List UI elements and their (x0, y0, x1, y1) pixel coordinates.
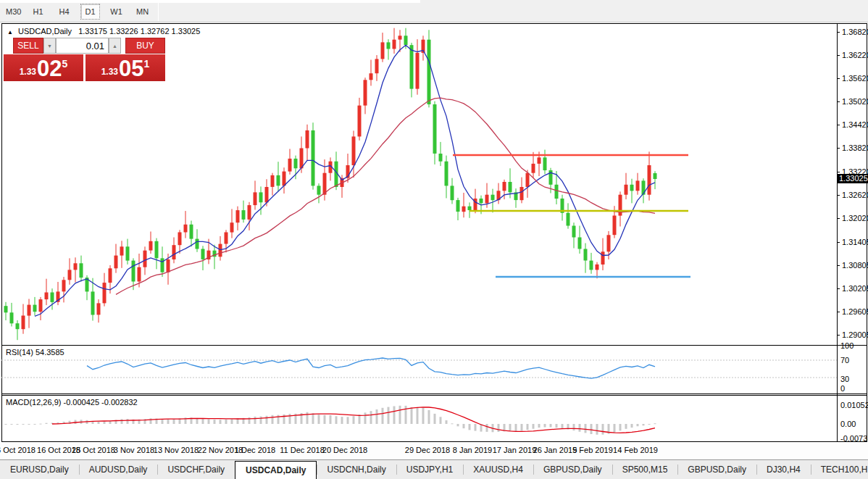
candle (329, 157, 333, 180)
price-tick-mark (837, 101, 840, 102)
date-axis-label: 13 Nov 2018 (154, 446, 199, 454)
chart-tab-bar: EURUSD,DailyAUDUSD,DailyUSDCHF,DailyUSDC… (0, 459, 868, 479)
timeframe-button-w1[interactable]: W1 (107, 4, 126, 20)
timeframe-button-h4[interactable]: H4 (54, 4, 74, 20)
candle (578, 226, 582, 254)
candle (584, 243, 588, 273)
candle (596, 262, 599, 279)
price-tick-label: 1.35620 (842, 74, 868, 83)
tab-gbpusd-daily[interactable]: GBPUSD,Daily (677, 460, 756, 479)
current-price-tag: 1.33025 (838, 174, 868, 183)
candle (213, 245, 217, 270)
price-tick-label: 1.33820 (842, 143, 868, 152)
candle (219, 236, 222, 261)
candle (387, 39, 391, 59)
tab-usdcnh-daily[interactable]: USDCNH,Daily (317, 460, 396, 479)
candle (39, 297, 43, 320)
candle (277, 162, 280, 191)
date-axis-label: 14 Feb 2019 (613, 446, 658, 454)
tab-usdjpy-h1[interactable]: USDJPY,H1 (396, 460, 463, 479)
toolbar-separator (158, 2, 159, 21)
price-tick-mark (837, 195, 840, 196)
candle (126, 239, 130, 265)
candle (28, 299, 31, 328)
tab-sp500-m15[interactable]: SP500,M15 (612, 460, 678, 479)
price-tick-mark (837, 125, 840, 125)
candle (416, 39, 420, 95)
tab-tech100-h1[interactable]: TECH100,H1 (811, 460, 868, 479)
candle (625, 173, 628, 199)
rsi-label: RSI(14) 54.3585 (6, 348, 64, 357)
timeframe-button-m30[interactable]: M30 (2, 4, 25, 20)
date-axis-label: 1 Dec 2018 (235, 446, 275, 454)
candle (422, 36, 425, 60)
price-tick-label: 1.31405 (842, 238, 868, 246)
candle (91, 278, 95, 321)
tab-dj30-h4[interactable]: DJ30,H4 (756, 460, 811, 479)
candle (462, 193, 466, 217)
candle (642, 178, 646, 203)
trading-platform: M30H1H4D1W1MN ▲ USDCAD,Daily 1.33175 1.3… (0, 0, 868, 479)
candle (358, 98, 362, 141)
chart-border-right (867, 23, 867, 442)
candle (184, 211, 188, 238)
price-tick-mark (837, 148, 840, 149)
tab-usdcad-daily[interactable]: USDCAD,Daily (235, 461, 317, 479)
rsi-tick-label: 70 (840, 356, 849, 365)
candle (259, 186, 263, 214)
date-axis-label: 29 Dec 2018 (405, 446, 450, 454)
candle (45, 279, 49, 305)
macd-tick-label: 0.010525 (840, 401, 868, 409)
candle (230, 209, 234, 238)
candle (80, 256, 83, 282)
candle (456, 198, 460, 220)
price-tick-label: 1.32620 (842, 191, 868, 199)
candle (370, 60, 373, 86)
candle (630, 179, 634, 204)
rsi-indicator-chart[interactable] (1, 346, 837, 393)
price-tick-label: 1.29605 (842, 307, 868, 316)
candle (283, 167, 286, 193)
price-tick-mark (837, 172, 840, 172)
tab-gbpusd-daily[interactable]: GBPUSD,Daily (533, 460, 612, 479)
candle (317, 183, 321, 203)
rsi-tick-label: 30 (840, 375, 849, 383)
candle (33, 297, 37, 316)
timeframe-button-h1[interactable]: H1 (28, 4, 48, 20)
candle (636, 173, 640, 195)
date-axis-label: 11 Dec 2018 (280, 446, 325, 454)
timeframe-button-mn[interactable]: MN (133, 4, 152, 20)
candle (51, 288, 54, 309)
candle (201, 246, 205, 270)
price-tick-mark (837, 242, 840, 243)
candle (306, 125, 309, 161)
candle (114, 244, 118, 273)
price-tick-mark (837, 78, 840, 79)
candle (439, 142, 443, 166)
candle (410, 43, 414, 97)
price-tick-mark (837, 288, 840, 289)
price-tick-label: 1.36220 (842, 51, 868, 59)
candle (590, 253, 593, 274)
tab-eurusd-daily[interactable]: EURUSD,Daily (0, 460, 79, 479)
candle (451, 178, 454, 204)
tab-audusd-daily[interactable]: AUDUSD,Daily (79, 460, 158, 479)
candle (10, 303, 14, 327)
date-axis-label: 3 Nov 2018 (114, 446, 154, 454)
candle (497, 183, 501, 204)
price-tick-mark (837, 265, 840, 266)
candle (514, 188, 518, 208)
candle (572, 222, 576, 248)
candle (196, 229, 199, 252)
candle (619, 191, 622, 226)
candle (74, 257, 78, 282)
tab-xauusd-h4[interactable]: XAUUSD,H4 (463, 460, 533, 479)
candle (22, 304, 25, 334)
candle (62, 277, 66, 302)
candlestick-chart[interactable] (1, 24, 837, 345)
tab-usdchf-daily[interactable]: USDCHF,Daily (157, 460, 235, 479)
candle (567, 203, 570, 228)
candle (236, 207, 240, 230)
candle (375, 55, 379, 81)
timeframe-button-d1[interactable]: D1 (80, 4, 100, 20)
